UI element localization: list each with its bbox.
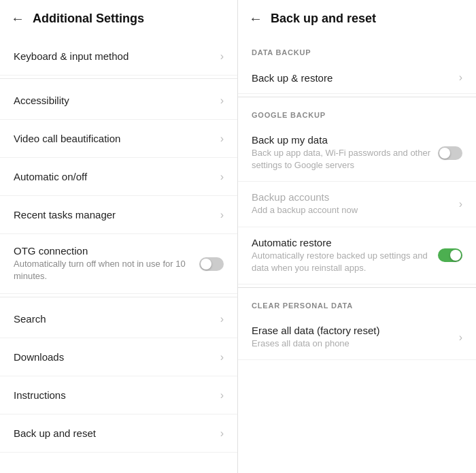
settings-item-backup_accounts[interactable]: Backup accountsAdd a backup account now› — [238, 182, 476, 227]
right-panel-title: Back up and reset — [271, 12, 376, 26]
chevron-icon-back_restore: › — [459, 71, 462, 84]
left-panel-title: Additional Settings — [33, 12, 144, 26]
toggle-knob-auto_restore — [450, 250, 461, 261]
left-menu-item-instructions[interactable]: Instructions› — [0, 376, 237, 414]
left-menu-item-search[interactable]: Search› — [0, 300, 237, 338]
left-back-button[interactable]: ← — [11, 11, 24, 27]
menu-item-title-video_call: Video call beautification — [14, 133, 220, 144]
menu-item-subtitle-otg: Automatically turn off when not in use f… — [14, 258, 199, 282]
settings-item-title-back_my_data: Back up my data — [252, 134, 438, 146]
menu-item-title-instructions: Instructions — [14, 389, 220, 401]
settings-item-subtitle-auto_restore: Automatically restore backed up settings… — [252, 250, 438, 274]
chevron-icon-auto_onoff: › — [220, 171, 224, 183]
menu-item-title-keyboard: Keyboard & input method — [14, 50, 220, 62]
menu-item-title-recent_tasks: Recent tasks manager — [14, 209, 220, 221]
section-divider-data_backup — [238, 97, 476, 97]
menu-item-title-backup_reset: Back up and reset — [14, 427, 220, 439]
menu-item-title-auto_onoff: Automatic on/off — [14, 171, 220, 182]
menu-item-title-accessibility: Accessibility — [14, 95, 220, 106]
left-menu-item-recent_tasks[interactable]: Recent tasks manager› — [0, 196, 237, 234]
chevron-icon-video_call: › — [220, 133, 224, 145]
settings-item-back_restore[interactable]: Back up & restore› — [238, 62, 476, 94]
right-panel: ← Back up and reset DATA BACKUPBack up &… — [238, 0, 476, 473]
right-content: DATA BACKUPBack up & restore›GOOGLE BACK… — [238, 37, 476, 360]
toggle-otg[interactable] — [199, 257, 224, 271]
chevron-icon-backup_accounts: › — [459, 198, 462, 210]
section-label-data_backup: DATA BACKUP — [238, 37, 476, 62]
left-header: ← Additional Settings — [0, 0, 237, 37]
settings-item-factory_reset[interactable]: Erase all data (factory reset)Erases all… — [238, 315, 476, 360]
section-label-clear_personal: CLEAR PERSONAL DATA — [238, 291, 476, 315]
settings-item-title-back_restore: Back up & restore — [252, 72, 459, 84]
left-panel: ← Additional Settings Keyboard & input m… — [0, 0, 238, 473]
chevron-icon-backup_reset: › — [220, 427, 224, 440]
chevron-icon-downloads: › — [220, 351, 224, 363]
divider-after-otg — [0, 297, 237, 297]
section-divider-google_backup — [238, 287, 476, 288]
chevron-icon-keyboard: › — [220, 50, 224, 63]
left-menu-item-otg[interactable]: OTG connectionAutomatically turn off whe… — [0, 234, 237, 294]
settings-item-title-factory_reset: Erase all data (factory reset) — [252, 325, 459, 336]
toggle-knob-otg — [201, 259, 211, 270]
section-label-google_backup: GOOGLE BACKUP — [238, 100, 476, 125]
settings-item-title-auto_restore: Automatic restore — [252, 237, 438, 248]
settings-item-auto_restore[interactable]: Automatic restoreAutomatically restore b… — [238, 227, 476, 284]
right-back-button[interactable]: ← — [249, 11, 262, 27]
chevron-icon-accessibility: › — [220, 95, 224, 107]
chevron-icon-factory_reset: › — [459, 331, 462, 344]
settings-item-back_my_data[interactable]: Back up my dataBack up app data, Wi-Fi p… — [238, 125, 476, 182]
toggle-back_my_data[interactable] — [438, 146, 462, 160]
menu-item-title-search: Search — [14, 313, 220, 325]
settings-item-subtitle-back_my_data: Back up app data, Wi-Fi passwords and ot… — [252, 147, 438, 172]
left-menu-list: Keyboard & input method›Accessibility›Vi… — [0, 37, 237, 473]
chevron-icon-search: › — [220, 313, 224, 325]
left-menu-item-downloads[interactable]: Downloads› — [0, 338, 237, 376]
settings-item-title-backup_accounts: Backup accounts — [252, 191, 459, 203]
chevron-icon-instructions: › — [220, 389, 224, 402]
left-menu-item-video_call[interactable]: Video call beautification› — [0, 120, 237, 158]
left-menu-item-auto_onoff[interactable]: Automatic on/off› — [0, 158, 237, 196]
right-header: ← Back up and reset — [238, 0, 476, 37]
toggle-knob-back_my_data — [439, 148, 450, 159]
left-menu-item-keyboard[interactable]: Keyboard & input method› — [0, 37, 237, 76]
left-menu-item-backup_reset[interactable]: Back up and reset› — [0, 414, 237, 453]
left-menu-item-accessibility[interactable]: Accessibility› — [0, 82, 237, 120]
chevron-icon-recent_tasks: › — [220, 209, 224, 221]
toggle-auto_restore[interactable] — [438, 248, 462, 262]
settings-item-subtitle-factory_reset: Erases all data on phone — [252, 338, 459, 350]
menu-item-title-otg: OTG connection — [14, 245, 199, 257]
divider-after-keyboard — [0, 78, 237, 79]
menu-item-title-downloads: Downloads — [14, 351, 220, 363]
settings-item-subtitle-backup_accounts: Add a backup account now — [252, 204, 459, 216]
